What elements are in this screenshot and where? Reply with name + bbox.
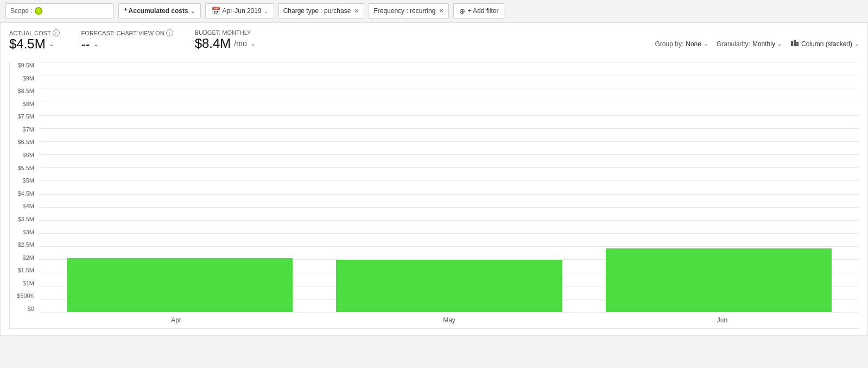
close-icon[interactable]: ✕ (354, 8, 359, 14)
bars-container (40, 63, 859, 312)
granularity-value: Monthly (752, 40, 775, 48)
actual-cost-info-icon[interactable]: i (53, 29, 60, 36)
svg-rect-1 (794, 40, 796, 46)
date-range-label: Apr-Jun 2019 (223, 7, 262, 15)
add-filter-label: + Add filter (467, 7, 498, 15)
y-label: $1M (10, 280, 37, 286)
chevron-down-icon[interactable]: ⌄ (250, 40, 256, 47)
header-row: ACTUAL COST i $4.5M ⌄ FORECAST: CHART VI… (9, 29, 859, 58)
scope-label: Scope : (10, 7, 33, 15)
svg-rect-2 (796, 42, 799, 46)
chart-type-control[interactable]: Column (stacked) ⌄ (790, 39, 859, 49)
y-label: $2.5M (10, 242, 37, 248)
forecast-label: FORECAST: CHART VIEW ON (81, 30, 164, 36)
group-by-value: None (686, 40, 701, 48)
forecast-value: -- (81, 36, 90, 52)
budget-value: $8.4M (195, 36, 231, 51)
add-filter-button[interactable]: ⊕ + Add filter (453, 3, 504, 18)
date-range-dropdown[interactable]: 📅 Apr-Jun 2019 ⌄ (205, 3, 274, 18)
chevron-down-icon[interactable]: ⌄ (49, 40, 54, 48)
x-label-jun: Jun (586, 312, 859, 328)
chart-wrapper: $9.5M $9M $8.5M $8M $7.5M $7M $6.5M $6M … (9, 63, 859, 329)
chevron-down-icon: ⌄ (704, 41, 708, 47)
bar-jun[interactable] (606, 248, 832, 312)
y-label: $2M (10, 255, 37, 261)
granularity-label: Granularity: (717, 40, 750, 48)
y-label: $1.5M (10, 267, 37, 273)
y-label: $0 (10, 306, 37, 312)
frequency-label: Frequency : recurring (373, 7, 435, 15)
x-label-may: May (313, 312, 586, 328)
group-by-control[interactable]: Group by: None ⌄ (655, 40, 708, 48)
budget-block: BUDGET: MONTHLY $8.4M /mo ⌄ (195, 29, 256, 51)
chart-area: $9.5M $9M $8.5M $8M $7.5M $7M $6.5M $6M … (9, 63, 859, 329)
frequency-filter[interactable]: Frequency : recurring ✕ (369, 3, 449, 18)
y-label: $9M (10, 76, 37, 82)
bar-group-apr (45, 63, 314, 312)
chevron-down-icon: ⌄ (777, 41, 782, 47)
actual-cost-value: $4.5M (9, 36, 46, 52)
calendar-icon: 📅 (211, 7, 220, 15)
main-content: ACTUAL COST i $4.5M ⌄ FORECAST: CHART VI… (0, 22, 868, 336)
y-label: $8.5M (10, 88, 37, 94)
group-by-label: Group by: (655, 40, 684, 48)
bar-apr[interactable] (67, 258, 293, 312)
y-label: $5.5M (10, 165, 37, 171)
y-label: $6M (10, 152, 37, 158)
x-axis: Apr May Jun (40, 312, 859, 328)
y-label: $8M (10, 101, 37, 107)
y-label: $7.5M (10, 114, 37, 120)
close-icon[interactable]: ✕ (439, 8, 444, 14)
y-label: $500K (10, 293, 37, 299)
column-chart-icon (790, 39, 799, 49)
bar-may[interactable] (336, 260, 562, 312)
scope-selector[interactable]: Scope : (5, 3, 114, 18)
actual-cost-block: ACTUAL COST i $4.5M ⌄ (9, 29, 60, 52)
accumulated-costs-label: * Accumulated costs (124, 7, 188, 15)
chevron-down-icon: ⌄ (191, 8, 195, 14)
plus-filter-icon: ⊕ (459, 7, 465, 15)
charge-type-label: Charge type : purchase (283, 7, 351, 15)
y-label: $9.5M (10, 63, 37, 68)
chevron-down-icon[interactable]: ⌄ (93, 40, 99, 48)
budget-suffix: /mo (234, 39, 246, 48)
chevron-down-icon: ⌄ (854, 41, 859, 47)
chart-inner (40, 63, 859, 312)
filter-bar: Scope : * Accumulated costs ⌄ 📅 Apr-Jun … (0, 0, 868, 22)
metrics-row: ACTUAL COST i $4.5M ⌄ FORECAST: CHART VI… (9, 29, 256, 52)
y-label: $4.5M (10, 191, 37, 197)
y-label: $3M (10, 229, 37, 235)
y-label: $7M (10, 127, 37, 133)
y-label: $5M (10, 178, 37, 184)
scope-dot-icon (35, 7, 42, 15)
granularity-control[interactable]: Granularity: Monthly ⌄ (717, 40, 782, 48)
y-label: $4M (10, 203, 37, 209)
charge-type-filter[interactable]: Charge type : purchase ✕ (278, 3, 365, 18)
x-label-apr: Apr (40, 312, 313, 328)
y-label: $6.5M (10, 139, 37, 145)
y-axis: $9.5M $9M $8.5M $8M $7.5M $7M $6.5M $6M … (10, 63, 40, 312)
y-label: $3.5M (10, 216, 37, 222)
chart-controls: Group by: None ⌄ Granularity: Monthly ⌄ … (655, 39, 859, 49)
bar-group-jun (584, 63, 853, 312)
accumulated-costs-dropdown[interactable]: * Accumulated costs ⌄ (118, 3, 201, 18)
svg-rect-0 (791, 41, 793, 46)
chevron-down-icon: ⌄ (264, 8, 268, 14)
actual-cost-label: ACTUAL COST (9, 30, 51, 36)
forecast-info-icon[interactable]: i (166, 29, 173, 36)
bar-group-may (314, 63, 584, 312)
forecast-block: FORECAST: CHART VIEW ON i -- ⌄ (81, 29, 173, 52)
budget-label: BUDGET: MONTHLY (195, 29, 251, 36)
chart-type-value: Column (stacked) (801, 40, 852, 48)
